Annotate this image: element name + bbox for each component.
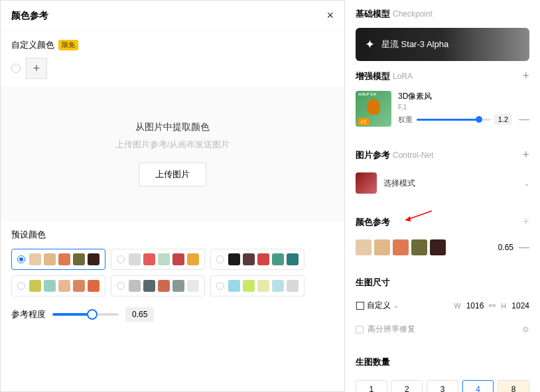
count-button[interactable]: 1 (356, 380, 387, 392)
color-swatch (73, 253, 85, 265)
color-swatch (58, 253, 70, 265)
model-name: 星流 Star-3 Alpha (381, 38, 448, 50)
chevron-down-icon: ⌄ (393, 302, 399, 309)
size-custom-select[interactable]: 自定义 ⌄ (356, 299, 399, 312)
color-swatch (243, 280, 255, 292)
ref-degree-slider[interactable] (52, 313, 119, 316)
checkpoint-section: 基础模型 Checkpoint (356, 8, 529, 20)
custom-radio[interactable] (11, 64, 21, 73)
add-controlnet-icon[interactable]: + (522, 148, 529, 162)
palette-radio[interactable] (17, 255, 25, 263)
gear-icon[interactable]: ⚙ (522, 325, 529, 334)
palette-option[interactable] (11, 275, 105, 296)
model-icon: ✦ (365, 37, 375, 52)
color-swatch (29, 253, 41, 265)
count-button[interactable]: 8 (498, 380, 529, 392)
color-swatch (73, 280, 85, 292)
palette-option[interactable] (111, 275, 205, 296)
weight-value: 1.2 (494, 114, 512, 125)
color-swatch (29, 280, 41, 292)
color-swatch (228, 253, 240, 265)
ref-degree-value: 0.65 (125, 307, 154, 322)
hires-label: 高分辨率修复 (368, 324, 415, 335)
colorref-value: 0.65 (498, 243, 513, 252)
color-swatch (58, 280, 70, 292)
colorref-swatch (393, 239, 409, 255)
color-swatch (172, 280, 184, 292)
lora-ver: F.1 (398, 103, 529, 111)
free-badge: 限免 (58, 40, 78, 50)
colorref-swatch (411, 239, 427, 255)
height-value[interactable]: 1024 (511, 301, 529, 310)
hires-checkbox[interactable] (356, 326, 364, 334)
count-button[interactable]: 3 (427, 380, 458, 392)
color-swatch (158, 253, 170, 265)
color-swatch (228, 280, 240, 292)
extract-subtitle: 上传图片参考/从画布发送图片 (115, 139, 230, 151)
color-swatch (287, 280, 299, 292)
svg-marker-1 (405, 216, 411, 222)
lora-section: 增强模型 LoRA (356, 70, 413, 82)
size-section: 生图尺寸 (356, 277, 529, 289)
palette-option[interactable] (111, 249, 205, 270)
chevron-down-icon: ⌄ (524, 180, 529, 187)
add-lora-icon[interactable]: + (522, 69, 529, 83)
remove-lora-icon[interactable]: — (519, 113, 529, 125)
preset-title: 预设颜色 (11, 229, 334, 241)
controlnet-thumbnail[interactable] (356, 172, 377, 194)
link-icon[interactable]: ⚯ (489, 301, 496, 310)
color-swatch (44, 253, 56, 265)
color-swatch (158, 280, 170, 292)
width-value[interactable]: 1016 (466, 301, 484, 310)
color-swatch (172, 253, 184, 265)
palette-radio[interactable] (117, 282, 125, 290)
arrow-annotation (402, 210, 435, 223)
color-swatch (257, 280, 269, 292)
width-label: W (454, 302, 460, 310)
count-button[interactable]: 4 (462, 380, 494, 392)
height-label: H (501, 302, 506, 310)
color-swatch (272, 280, 284, 292)
palette-radio[interactable] (117, 255, 125, 263)
weight-slider[interactable] (417, 119, 490, 121)
palette-option[interactable] (11, 249, 105, 270)
colorref-swatch (356, 239, 371, 255)
close-icon[interactable]: × (326, 9, 334, 23)
panel-title: 颜色参考 (11, 10, 48, 22)
color-swatch (272, 253, 284, 265)
ref-degree-label: 参考程度 (11, 308, 46, 320)
palette-radio[interactable] (17, 282, 25, 290)
color-swatch (88, 280, 100, 292)
color-swatch (287, 253, 299, 265)
color-swatch (44, 280, 56, 292)
count-section: 生图数量 (356, 356, 529, 368)
color-swatch (187, 253, 199, 265)
add-color-button[interactable]: + (26, 58, 47, 79)
color-swatch (257, 253, 269, 265)
palette-radio[interactable] (216, 282, 224, 290)
add-colorref-icon[interactable]: + (522, 215, 529, 229)
lora-thumbnail[interactable]: v1 (356, 91, 391, 127)
color-swatch (187, 280, 199, 292)
remove-colorref-icon[interactable]: — (519, 241, 529, 253)
upload-image-button[interactable]: 上传图片 (139, 163, 206, 186)
palette-option[interactable] (210, 249, 304, 270)
palette-option[interactable] (210, 275, 304, 296)
color-swatch (243, 253, 255, 265)
extract-title: 从图片中提取颜色 (135, 121, 210, 133)
palette-radio[interactable] (216, 255, 224, 263)
color-swatch (129, 280, 141, 292)
weight-label: 权重 (398, 115, 413, 125)
lora-name: 3D像素风 (398, 91, 529, 102)
count-button[interactable]: 2 (391, 380, 423, 392)
color-swatch (88, 253, 100, 265)
controlnet-mode-select[interactable]: 选择模式 ⌄ (383, 178, 529, 189)
colorref-swatch (430, 239, 446, 255)
color-swatch (129, 253, 141, 265)
lora-version-badge: v1 (358, 118, 369, 125)
colorref-swatch (374, 239, 390, 255)
controlnet-section: 图片参考 Control-Net (356, 149, 433, 161)
color-swatch (143, 280, 155, 292)
square-icon (356, 302, 364, 310)
model-card[interactable]: ✦ 星流 Star-3 Alpha (356, 28, 529, 61)
